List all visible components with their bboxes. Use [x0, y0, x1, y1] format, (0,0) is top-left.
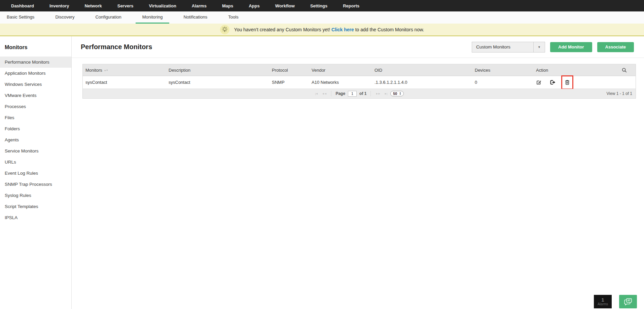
monitors-sidebar: Monitors Performance Monitors Applicatio…: [0, 36, 72, 309]
tab-notifications[interactable]: Notifications: [177, 11, 214, 24]
search-icon[interactable]: [622, 68, 627, 73]
info-banner: You haven't created any Custom Monitors …: [0, 24, 644, 36]
next-page-icon[interactable]: ►►: [375, 92, 381, 95]
sidebar-item-syslog-rules[interactable]: Syslog Rules: [0, 190, 71, 201]
page-label: Page: [335, 91, 345, 96]
sidebar-item-folders[interactable]: Folders: [0, 123, 71, 134]
pagination-divider: [331, 91, 331, 96]
alarms-badge[interactable]: 1 Alarms: [594, 295, 612, 308]
column-header-monitors[interactable]: Monitors ▲▼: [83, 68, 166, 73]
sidebar-item-snmp-trap-processors[interactable]: SNMP Trap Processors: [0, 179, 71, 190]
column-header-action: Action: [533, 68, 603, 73]
annotation-highlight-box: [561, 75, 573, 90]
export-associate-icon[interactable]: [550, 79, 556, 85]
banner-text-after: to add the Custom Monitors now.: [354, 27, 424, 32]
sidebar-item-vmware-events[interactable]: VMware Events: [0, 90, 71, 101]
settings-tab-bar: Basic Settings Discovery Configuration M…: [0, 11, 644, 24]
tab-monitoring[interactable]: Monitoring: [136, 11, 170, 24]
top-nav: Dashboard Inventory Network Servers Virt…: [0, 0, 644, 11]
table-row: sysContact sysContact SNMP A10 Networks …: [83, 76, 636, 89]
chevron-down-icon: ▼: [533, 42, 545, 52]
alarms-count: 1: [601, 297, 604, 302]
banner-message: You haven't created any Custom Monitors …: [234, 27, 424, 32]
cell-devices: 0: [472, 80, 533, 85]
banner-text-before: You haven't created any Custom Monitors …: [234, 27, 331, 32]
sidebar-item-urls[interactable]: URLs: [0, 157, 71, 168]
page-number-input[interactable]: [348, 91, 357, 97]
monitor-type-dropdown-value: Custom Monitors: [472, 44, 533, 49]
sidebar-title: Monitors: [0, 36, 71, 57]
page-title: Performance Monitors: [81, 43, 152, 51]
monitors-table: Monitors ▲▼ Description Protocol Vendor …: [82, 64, 636, 99]
view-range-text: View 1 - 1 of 1: [607, 91, 633, 96]
prev-page-icon[interactable]: ◄◄: [321, 92, 327, 95]
edit-icon[interactable]: [536, 79, 542, 85]
top-nav-maps[interactable]: Maps: [222, 3, 233, 8]
column-header-protocol[interactable]: Protocol: [269, 68, 309, 73]
cell-vendor: A10 Networks: [309, 80, 372, 85]
pagination-bar: |◄ ◄◄ Page of 1 ►► ►| 50 ▲▼ View 1 - 1 o…: [83, 89, 636, 98]
top-nav-settings[interactable]: Settings: [310, 3, 327, 8]
page-size-select[interactable]: 50 ▲▼: [390, 91, 404, 96]
chat-button[interactable]: [619, 295, 637, 308]
top-nav-dashboard[interactable]: Dashboard: [11, 3, 34, 8]
last-page-icon[interactable]: ►|: [384, 92, 388, 95]
top-nav-inventory[interactable]: Inventory: [49, 3, 69, 8]
delete-icon[interactable]: [565, 79, 570, 85]
top-nav-apps[interactable]: Apps: [249, 3, 260, 8]
sidebar-item-service-monitors[interactable]: Service Monitors: [0, 145, 71, 157]
sidebar-item-event-log-rules[interactable]: Event Log Rules: [0, 168, 71, 179]
sidebar-item-processes[interactable]: Processes: [0, 101, 71, 112]
tab-configuration[interactable]: Configuration: [88, 11, 128, 24]
cell-action: [533, 77, 603, 88]
sidebar-item-script-templates[interactable]: Script Templates: [0, 201, 71, 212]
cell-oid: .1.3.6.1.2.1.1.4.0: [372, 80, 472, 85]
alarms-label: Alarms: [598, 302, 608, 306]
cell-description: sysContact: [166, 80, 269, 85]
sidebar-item-performance-monitors[interactable]: Performance Monitors: [0, 57, 71, 68]
tab-discovery[interactable]: Discovery: [48, 11, 81, 24]
sort-icon[interactable]: ▲▼: [104, 69, 108, 71]
tab-basic-settings[interactable]: Basic Settings: [0, 11, 41, 24]
sidebar-item-application-monitors[interactable]: Application Monitors: [0, 68, 71, 79]
sidebar-item-windows-services[interactable]: Windows Services: [0, 79, 71, 90]
sidebar-item-files[interactable]: Files: [0, 112, 71, 123]
top-nav-network[interactable]: Network: [84, 3, 102, 8]
column-header-devices[interactable]: Devices: [472, 68, 533, 73]
column-header-oid[interactable]: OID: [372, 68, 472, 73]
column-header-vendor[interactable]: Vendor: [309, 68, 372, 73]
chat-icon: [624, 298, 633, 306]
table-header-row: Monitors ▲▼ Description Protocol Vendor …: [83, 64, 636, 76]
tab-tools[interactable]: Tools: [221, 11, 245, 24]
main-panel: Performance Monitors Custom Monitors ▼ A…: [72, 36, 644, 309]
lightbulb-icon: [220, 25, 229, 34]
page-of-label: of 1: [359, 91, 366, 96]
monitor-type-dropdown[interactable]: Custom Monitors ▼: [472, 42, 545, 53]
add-monitor-button[interactable]: Add Monitor: [550, 42, 592, 52]
sidebar-menu: Performance Monitors Application Monitor…: [0, 57, 71, 223]
pagination-divider: [370, 91, 371, 96]
cell-protocol: SNMP: [269, 80, 309, 85]
top-nav-reports[interactable]: Reports: [343, 3, 359, 8]
column-header-monitors-label: Monitors: [85, 68, 102, 73]
table-search-cell: [603, 68, 636, 73]
top-nav-workflow[interactable]: Workflow: [275, 3, 295, 8]
top-nav-alarms[interactable]: Alarms: [192, 3, 207, 8]
top-nav-servers[interactable]: Servers: [117, 3, 134, 8]
header-controls: Custom Monitors ▼ Add Monitor Associate: [472, 42, 634, 53]
top-nav-virtualization[interactable]: Virtualization: [149, 3, 176, 8]
page-size-value: 50: [393, 92, 397, 96]
first-page-icon[interactable]: |◄: [315, 92, 319, 95]
sidebar-item-ipsla[interactable]: IPSLA: [0, 212, 71, 223]
click-here-link[interactable]: Click here: [331, 27, 354, 32]
cell-monitor: sysContact: [83, 80, 166, 85]
stepper-icon: ▲▼: [399, 92, 401, 95]
column-header-description[interactable]: Description: [166, 68, 269, 73]
sidebar-item-agents[interactable]: Agents: [0, 134, 71, 145]
associate-button[interactable]: Associate: [597, 42, 634, 52]
